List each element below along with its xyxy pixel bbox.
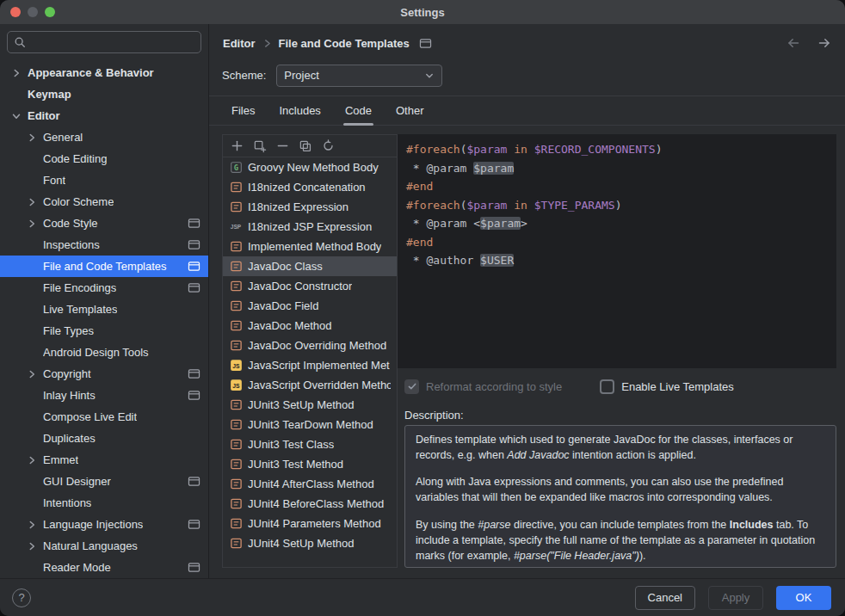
sidebar-item-emmet[interactable]: Emmet — [0, 449, 208, 471]
chevron-right-icon[interactable] — [12, 112, 28, 120]
chevron-right-icon[interactable] — [28, 284, 43, 293]
template-list-item[interactable]: I18nized Expression — [223, 197, 397, 217]
chevron-right-icon[interactable] — [28, 521, 43, 529]
sidebar-item-file-and-code-templates[interactable]: File and Code Templates — [0, 256, 208, 277]
sidebar-item-file-encodings[interactable]: File Encodings — [0, 277, 208, 299]
template-item-label: JUnit3 Test Class — [248, 438, 334, 451]
sidebar-item-inlay-hints[interactable]: Inlay Hints — [0, 385, 208, 406]
forward-icon[interactable] — [817, 36, 831, 50]
reset-to-default-button[interactable] — [322, 139, 335, 152]
sidebar-item-reader-mode[interactable]: Reader Mode — [0, 557, 208, 578]
template-list-item[interactable]: JUnit4 Parameters Method — [223, 514, 397, 533]
sidebar-item-general[interactable]: General — [0, 126, 208, 148]
template-list-item[interactable]: JavaDoc Class — [223, 256, 397, 276]
chevron-right-icon[interactable] — [28, 456, 43, 465]
template-list-item[interactable]: JUnit3 Test Class — [223, 434, 397, 454]
chevron-right-icon[interactable] — [28, 133, 43, 142]
sidebar-item-label: File Types — [43, 324, 94, 337]
tab-files[interactable]: Files — [230, 104, 256, 125]
template-list-item[interactable]: JUnit3 SetUp Method — [223, 395, 397, 415]
sidebar-item-natural-languages[interactable]: Natural Languages — [0, 535, 208, 557]
template-list-item[interactable]: JavaDoc Method — [223, 316, 397, 336]
breadcrumb-section[interactable]: Editor — [223, 37, 256, 50]
chevron-right-icon[interactable] — [28, 564, 43, 572]
sidebar-item-code-style[interactable]: Code Style — [0, 213, 208, 234]
create-child-template-button[interactable] — [253, 139, 267, 153]
chevron-right-icon[interactable] — [28, 434, 43, 443]
sidebar-item-file-types[interactable]: File Types — [0, 320, 208, 342]
sidebar-item-appearance-behavior[interactable]: Appearance & Behavior — [0, 62, 208, 83]
chevron-right-icon[interactable] — [12, 90, 28, 99]
chevron-right-icon[interactable] — [12, 69, 28, 77]
sidebar-item-copyright[interactable]: Copyright — [0, 363, 208, 385]
chevron-right-icon[interactable] — [28, 155, 43, 163]
chevron-right-icon[interactable] — [28, 262, 43, 271]
chevron-right-icon[interactable] — [28, 198, 43, 206]
template-list-item[interactable]: JUnit4 SetUp Method — [223, 533, 397, 553]
cancel-button[interactable]: Cancel — [635, 586, 695, 610]
sidebar-item-gui-designer[interactable]: GUI Designer — [0, 471, 208, 492]
tab-code[interactable]: Code — [343, 104, 373, 125]
template-list-item[interactable]: JavaDoc Overriding Method — [223, 336, 397, 355]
chevron-right-icon[interactable] — [28, 499, 43, 508]
chevron-right-icon[interactable] — [28, 305, 43, 314]
template-item-label: JavaScript Overridden Metho — [248, 379, 391, 391]
chevron-right-icon[interactable] — [28, 542, 43, 551]
template-list-item[interactable]: JUnit4 AfterClass Method — [223, 474, 397, 494]
template-list-item[interactable]: G Groovy New Method Body — [223, 157, 397, 177]
template-icon — [229, 398, 243, 411]
copy-template-button[interactable] — [299, 139, 312, 153]
chevron-right-icon[interactable] — [28, 477, 43, 486]
template-icon — [229, 458, 243, 471]
zoom-window-button[interactable] — [45, 7, 55, 17]
sidebar-item-android-design-tools[interactable]: Android Design Tools — [0, 342, 208, 363]
chevron-right-icon[interactable] — [28, 370, 43, 379]
add-template-button[interactable] — [231, 139, 244, 152]
sidebar-item-keymap[interactable]: Keymap — [0, 83, 208, 105]
chevron-right-icon[interactable] — [28, 348, 43, 357]
template-item-label: I18nized Concatenation — [248, 181, 366, 194]
chevron-right-icon[interactable] — [28, 413, 43, 422]
sidebar-item-language-injections[interactable]: Language Injections — [0, 514, 208, 535]
sidebar-item-font[interactable]: Font — [0, 169, 208, 191]
chevron-right-icon[interactable] — [28, 241, 43, 249]
chevron-right-icon[interactable] — [28, 327, 43, 336]
sidebar-item-duplicates[interactable]: Duplicates — [0, 428, 208, 449]
template-list-item[interactable]: JS JavaScript Overridden Metho — [223, 375, 397, 395]
description-box[interactable]: Defines template which used to generate … — [404, 425, 836, 568]
sidebar-item-compose-live-edit[interactable]: Compose Live Edit — [0, 406, 208, 428]
template-list-item[interactable]: JavaDoc Field — [223, 296, 397, 316]
template-list-item[interactable]: JS JavaScript Implemented Met — [223, 355, 397, 375]
live-templates-option[interactable]: Enable Live Templates — [600, 379, 734, 394]
template-list-item[interactable]: JSP I18nized JSP Expression — [223, 217, 397, 237]
sidebar-item-code-editing[interactable]: Code Editing — [0, 148, 208, 169]
template-list-item[interactable]: JavaDoc Constructor — [223, 276, 397, 296]
tab-includes[interactable]: Includes — [277, 104, 322, 125]
help-button[interactable]: ? — [12, 588, 31, 607]
template-editor[interactable]: #foreach($param in $RECORD_COMPONENTS) *… — [398, 134, 836, 368]
template-list-item[interactable]: I18nized Concatenation — [223, 177, 397, 197]
close-window-button[interactable] — [10, 7, 21, 17]
sidebar-item-live-templates[interactable]: Live Templates — [0, 299, 208, 320]
settings-search-input[interactable] — [30, 35, 194, 50]
scheme-select[interactable]: Project — [276, 65, 442, 87]
tab-other[interactable]: Other — [394, 104, 426, 125]
sidebar-item-editor[interactable]: Editor — [0, 105, 208, 126]
chevron-right-icon[interactable] — [28, 219, 43, 228]
live-templates-checkbox[interactable] — [600, 379, 614, 394]
sidebar-item-inspections[interactable]: Inspections — [0, 234, 208, 256]
reformat-checkbox — [404, 379, 419, 394]
chevron-right-icon[interactable] — [28, 391, 43, 400]
sidebar-item-color-scheme[interactable]: Color Scheme — [0, 191, 208, 213]
sidebar-item-intentions[interactable]: Intentions — [0, 492, 208, 514]
template-list-item[interactable]: JUnit3 Test Method — [223, 454, 397, 474]
template-list-item[interactable]: Implemented Method Body — [223, 237, 397, 256]
ok-button[interactable]: OK — [776, 586, 831, 610]
remove-template-button[interactable] — [276, 139, 289, 152]
back-icon[interactable] — [786, 36, 800, 50]
apply-button: Apply — [708, 586, 763, 610]
template-list-item[interactable]: JUnit3 TearDown Method — [223, 415, 397, 434]
template-list-item[interactable]: JUnit4 BeforeClass Method — [223, 494, 397, 514]
settings-search-box[interactable] — [7, 31, 201, 53]
chevron-right-icon[interactable] — [28, 176, 43, 185]
